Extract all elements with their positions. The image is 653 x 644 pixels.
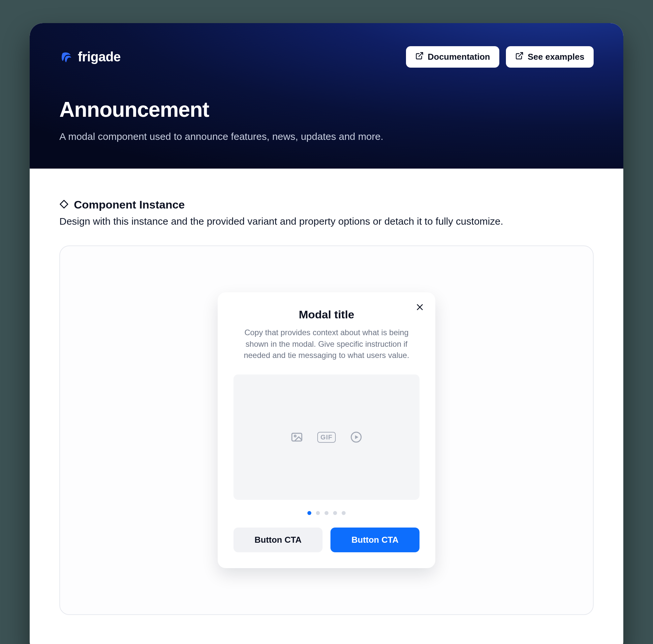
section-subheading: Design with this instance and the provid… [59, 216, 594, 227]
pagination-dot[interactable] [324, 511, 329, 515]
external-link-icon [515, 51, 524, 62]
pagination-dot[interactable] [316, 511, 320, 515]
brand-logo: frigade [59, 49, 121, 64]
pagination-dot[interactable] [307, 511, 311, 515]
primary-cta-button[interactable]: Button CTA [331, 527, 419, 552]
external-link-icon [415, 51, 424, 62]
hero-top-row: frigade Documentation [59, 46, 594, 68]
diamond-icon [59, 199, 69, 210]
svg-rect-2 [60, 200, 68, 208]
close-button[interactable] [414, 302, 426, 313]
svg-line-0 [419, 52, 423, 56]
section-heading: Component Instance [74, 198, 185, 211]
pagination-dots [234, 511, 419, 515]
secondary-cta-button[interactable]: Button CTA [234, 527, 322, 552]
image-icon [290, 431, 304, 444]
svg-point-6 [294, 435, 296, 437]
modal-copy: Copy that provides context about what is… [234, 327, 419, 361]
frigade-logo-icon [59, 50, 73, 64]
documentation-label: Documentation [428, 52, 490, 62]
preview-canvas: Modal title Copy that provides context a… [59, 245, 594, 615]
component-card: frigade Documentation [30, 23, 623, 644]
close-icon [415, 303, 424, 312]
svg-marker-8 [355, 435, 359, 439]
pagination-dot[interactable] [333, 511, 337, 515]
see-examples-label: See examples [528, 52, 584, 62]
svg-rect-5 [292, 433, 302, 441]
section-heading-row: Component Instance [59, 198, 594, 211]
see-examples-button[interactable]: See examples [506, 46, 594, 68]
page-subtitle: A modal component used to announce featu… [59, 131, 594, 142]
pagination-dot[interactable] [342, 511, 346, 515]
cta-row: Button CTA Button CTA [234, 527, 419, 552]
announcement-modal: Modal title Copy that provides context a… [218, 292, 435, 568]
brand-name: frigade [78, 49, 121, 64]
page-title: Announcement [59, 97, 594, 122]
svg-line-1 [519, 52, 523, 56]
media-placeholder: GIF [234, 375, 419, 500]
body-section: Component Instance Design with this inst… [30, 169, 623, 644]
documentation-button[interactable]: Documentation [406, 46, 499, 68]
hero-actions: Documentation See examples [406, 46, 594, 68]
gif-icon: GIF [317, 432, 336, 443]
play-icon [349, 431, 363, 444]
hero: frigade Documentation [30, 23, 623, 169]
modal-title: Modal title [234, 308, 419, 321]
